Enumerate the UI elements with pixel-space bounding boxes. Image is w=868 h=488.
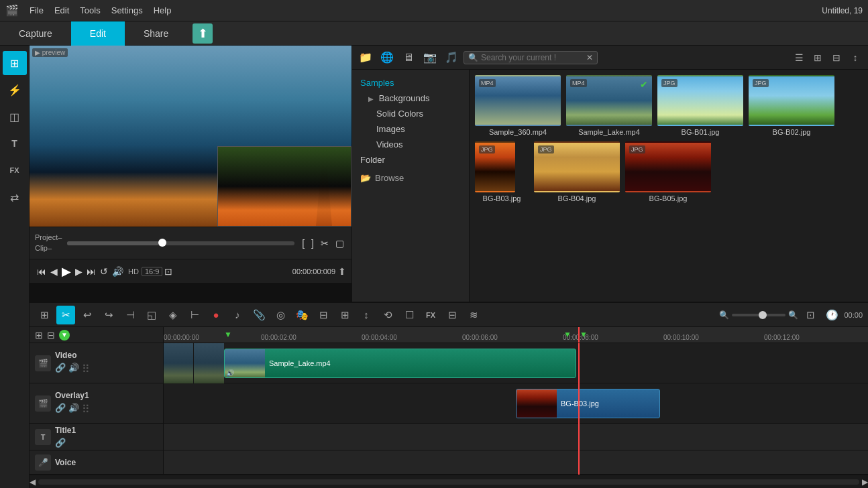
track-type-overlay-icon: 🎬 (35, 395, 51, 412)
play-btn[interactable]: ▶ (62, 264, 71, 279)
menu-help[interactable]: Help (154, 5, 172, 15)
aspect-btn[interactable]: ⊡ (164, 266, 172, 277)
tab-capture[interactable]: Capture (0, 21, 71, 46)
tl-fx-btn[interactable]: FX (421, 306, 440, 324)
menu-edit[interactable]: Edit (54, 5, 69, 15)
tl-out-btn[interactable]: ◱ (142, 306, 161, 324)
tl-scroll-next-btn[interactable]: ▶ (862, 477, 868, 487)
tl-stitch-btn[interactable]: 📎 (250, 306, 268, 324)
media-audio-btn[interactable]: 🎵 (442, 48, 461, 67)
link-icon-overlay[interactable]: 🔗 (55, 403, 66, 416)
volume-icon-video[interactable]: 🔊 (68, 363, 79, 375)
clip-sample-lake[interactable]: 🔊 Sample_Lake.mp4 (224, 349, 576, 378)
tree-item-images[interactable]: Images (352, 121, 469, 137)
search-input[interactable] (481, 53, 584, 62)
sidebar-icon-media[interactable]: ⊞ (3, 51, 27, 75)
playback-thumb[interactable] (158, 239, 166, 247)
tl-crop-btn[interactable]: ☐ (400, 306, 419, 324)
tl-scrollbar[interactable] (38, 479, 859, 485)
tree-item-solid-colors[interactable]: Solid Colors (352, 106, 469, 121)
search-clear-btn[interactable]: ✕ (586, 53, 593, 62)
sidebar-icon-fx[interactable]: FX (3, 158, 27, 182)
volume-btn[interactable]: 🔊 (112, 266, 123, 277)
zoom-out-icon[interactable]: 🔍 (719, 310, 729, 320)
thumb-bg-b01[interactable]: JPG BG-B01.jpg (657, 75, 743, 136)
link-icon-title[interactable]: 🔗 (55, 438, 66, 448)
grip-icon-video[interactable]: ⠿ (82, 363, 90, 375)
tl-scroll-prev-btn[interactable]: ◀ (30, 477, 36, 487)
link-icon-video[interactable]: 🔗 (55, 363, 66, 375)
clip-bg-b03[interactable]: BG-B03.jpg (516, 389, 660, 418)
sidebar-icon-text[interactable]: T (3, 131, 27, 156)
tl-mask-btn[interactable]: 🎭 (292, 306, 311, 324)
mark-out-btn[interactable]: ] (311, 238, 314, 249)
sidebar-icon-instant[interactable]: ⚡ (3, 78, 27, 102)
cut-btn[interactable]: ✂ (321, 238, 329, 249)
playback-bar[interactable] (67, 241, 294, 245)
view-grid-btn[interactable]: ⊞ (809, 49, 826, 66)
sidebar-icon-transition[interactable]: ⇄ (3, 185, 27, 209)
thumb-bg-b05[interactable]: JPG BG-B05.jpg (625, 141, 711, 202)
zoom-in-icon[interactable]: 🔍 (788, 310, 798, 320)
thumb-bg-b04[interactable]: JPG BG-B04.jpg (534, 141, 620, 202)
track-menu-btn[interactable]: ▼ (59, 330, 70, 341)
tl-snap-btn[interactable]: ⊢ (185, 306, 204, 324)
tl-fit-btn[interactable]: ⊡ (801, 306, 820, 324)
browse-btn[interactable]: 📂 Browse (352, 170, 469, 186)
tl-color-btn[interactable]: ≋ (464, 306, 483, 324)
tl-clips-btn[interactable]: ⊞ (35, 306, 54, 324)
view-list-btn[interactable]: ☰ (790, 49, 808, 66)
thumb-sample-360[interactable]: MP4 Sample_360.mp4 (475, 75, 561, 136)
tab-share[interactable]: Share (125, 21, 187, 46)
thumb-bg-b03[interactable]: JPG BG-B03.jpg (475, 141, 529, 202)
step-fwd-btn[interactable]: ▶ (75, 266, 83, 277)
ratio-label: 16:9 (142, 267, 162, 276)
tl-undo-btn[interactable]: ↩ (78, 306, 97, 324)
tl-chapter-btn[interactable]: ⊟ (443, 306, 462, 324)
thumb-bg-b02[interactable]: JPG BG-B02.jpg (749, 75, 834, 136)
media-screen-btn[interactable]: 🖥 (399, 48, 418, 67)
zoom-slider[interactable] (732, 314, 785, 316)
media-folder-btn[interactable]: 📁 (356, 48, 375, 67)
prev-frame-btn[interactable]: ⏮ (37, 266, 46, 277)
upload-button[interactable]: ⬆ (193, 23, 213, 44)
tree-item-videos[interactable]: Videos (352, 137, 469, 152)
tl-in-btn[interactable]: ⊣ (121, 306, 140, 324)
tl-multicam-btn[interactable]: ⊞ (335, 306, 354, 324)
media-globe-btn[interactable]: 🌐 (378, 48, 396, 67)
tl-audio-btn[interactable]: ♪ (228, 306, 247, 324)
step-back-btn[interactable]: ◀ (50, 266, 58, 277)
video-track-icons: 🔗 🔊 ⠿ (55, 363, 90, 375)
loop-btn[interactable]: ↺ (100, 266, 108, 277)
tl-record-btn[interactable]: ● (207, 306, 225, 324)
next-frame-btn[interactable]: ⏭ (87, 266, 96, 277)
sort-btn[interactable]: ↕ (847, 49, 864, 66)
main-layout: ⊞ ⚡ ◫ T FX ⇄ ▶ preview (0, 46, 868, 488)
tl-clock-btn[interactable]: 🕐 (822, 306, 841, 324)
tree-item-folder[interactable]: Folder (352, 152, 469, 168)
volume-icon-overlay[interactable]: 🔊 (68, 403, 79, 416)
tab-edit[interactable]: Edit (71, 21, 125, 46)
tl-subtitle-btn[interactable]: ⊟ (314, 306, 333, 324)
thumb-sample-lake[interactable]: MP4 ✔ Sample_Lake.mp4 (566, 75, 652, 136)
grip-icon-overlay[interactable]: ⠿ (82, 403, 90, 416)
trim-btn[interactable]: ▢ (335, 238, 344, 249)
media-camera-btn[interactable]: 📷 (421, 48, 439, 67)
tl-motion-btn[interactable]: ↕ (357, 306, 376, 324)
track-expand-all-btn[interactable]: ⊞ (35, 330, 43, 341)
menu-tools[interactable]: Tools (80, 5, 100, 15)
tl-rotate-btn[interactable]: ⟲ (378, 306, 397, 324)
menu-settings[interactable]: Settings (111, 5, 143, 15)
tl-trim-btn[interactable]: ✂ (56, 306, 75, 324)
mark-in-btn[interactable]: [ (302, 238, 305, 249)
tl-redo-btn[interactable]: ↪ (99, 306, 118, 324)
tree-item-samples[interactable]: Samples (352, 75, 469, 90)
tree-item-backgrounds[interactable]: ▶ Backgrounds (352, 90, 469, 106)
menu-file[interactable]: File (30, 5, 44, 15)
tl-lens-btn[interactable]: ◎ (271, 306, 290, 324)
view-large-btn[interactable]: ⊟ (828, 49, 845, 66)
tl-split-btn[interactable]: ◈ (164, 306, 182, 324)
time-adjust-btn[interactable]: ⬆ (338, 266, 346, 277)
track-add-btn[interactable]: ⊟ (47, 330, 55, 341)
sidebar-icon-overlay[interactable]: ◫ (3, 105, 27, 129)
